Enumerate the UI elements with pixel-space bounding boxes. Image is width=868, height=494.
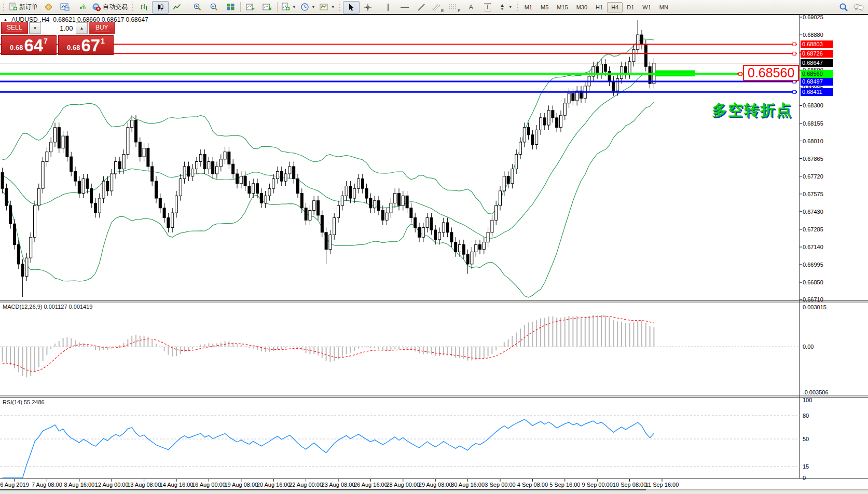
- fibonacci-icon: [448, 3, 457, 11]
- price-annotation-box[interactable]: 0.68560: [743, 65, 799, 81]
- line-price-tag: 0.68560: [801, 70, 833, 78]
- date-label: 16 Aug 00:00: [192, 482, 226, 488]
- timeframe-m1-button[interactable]: M1: [520, 2, 536, 12]
- timeframe-h4-button[interactable]: H4: [607, 2, 623, 12]
- date-label: 11 Sep 16:00: [645, 482, 679, 488]
- dropdown-arrow-icon: ▼: [508, 5, 513, 9]
- line-price-tag: 0.68497: [801, 78, 833, 86]
- timeframe-mn-button[interactable]: MN: [655, 2, 672, 12]
- date-label: 28 Aug 00:00: [386, 482, 420, 488]
- price-tick-label: 0.67430: [803, 208, 823, 215]
- price-tick-label: 0.67720: [803, 173, 823, 180]
- timeframe-w1-button[interactable]: W1: [638, 2, 655, 12]
- sell-price-button[interactable]: 0.68 64 7: [1, 35, 57, 55]
- line-handle[interactable]: [793, 90, 796, 93]
- price-tick-label: 0.69025: [803, 13, 823, 21]
- buy-price-button[interactable]: 0.68 67 1: [58, 35, 114, 55]
- date-label: 12 Aug 00:00: [95, 482, 129, 488]
- volume-decrease-button[interactable]: ▼: [30, 22, 41, 34]
- crosshair-tool-button[interactable]: [360, 1, 376, 13]
- auto-scroll-button[interactable]: [242, 1, 259, 13]
- clock-icon: [300, 3, 309, 11]
- toolbar-grip[interactable]: [339, 3, 341, 12]
- fibonacci-tool-button[interactable]: F: [446, 1, 463, 13]
- horizontal-line-tool-button[interactable]: [396, 1, 413, 13]
- signal-icon: [77, 3, 86, 11]
- search-icon[interactable]: [839, 3, 848, 12]
- arrows-icon: [498, 3, 506, 11]
- date-label: 19 Aug 08:00: [224, 482, 258, 488]
- date-label: 6 Aug 2019: [0, 482, 29, 488]
- toolbar-grip[interactable]: [516, 3, 519, 12]
- text-label-tool-button[interactable]: T: [479, 1, 496, 13]
- zoom-out-button[interactable]: [205, 1, 222, 13]
- timeframe-m5-button[interactable]: M5: [536, 2, 553, 12]
- turning-point-annotation[interactable]: 多空转折点: [712, 100, 792, 121]
- text-label-icon: T: [484, 3, 491, 11]
- date-label: 5 Sep 16:00: [549, 482, 580, 488]
- new-order-button[interactable]: 新订单: [7, 1, 40, 13]
- periods-button[interactable]: ▼: [298, 1, 318, 13]
- line-price-tag: 0.68411: [801, 88, 833, 96]
- volume-increase-button[interactable]: ▲: [76, 22, 87, 34]
- line-handle[interactable]: [793, 52, 796, 55]
- text-tool-button[interactable]: A: [463, 1, 479, 13]
- line-chart-icon: [173, 3, 181, 11]
- line-handle[interactable]: [793, 43, 796, 46]
- toolbar-grip[interactable]: [131, 3, 134, 12]
- crosshair-icon: [364, 3, 372, 11]
- volume-control: ▼ ▲: [29, 22, 88, 34]
- trendline-tool-button[interactable]: [413, 1, 430, 13]
- volume-input[interactable]: [41, 22, 76, 34]
- cursor-tool-button[interactable]: [343, 1, 360, 13]
- chat-icon[interactable]: [853, 3, 864, 11]
- macd-header: MACD(12,26,9) 0.001127 0.001419: [3, 304, 92, 310]
- autotrading-button[interactable]: 自动交易: [90, 1, 130, 13]
- fibonacci-letter: F: [458, 8, 460, 13]
- arrows-tool-button[interactable]: ▼: [496, 1, 515, 13]
- tile-windows-button[interactable]: [222, 1, 239, 13]
- timeframe-d1-button[interactable]: D1: [623, 2, 638, 12]
- templates-button[interactable]: ▼: [318, 1, 337, 13]
- rsi-scale-label: 50: [803, 435, 809, 443]
- dropdown-arrow-icon: ▼: [331, 5, 335, 9]
- equidistant-channel-tool-button[interactable]: E: [430, 1, 446, 13]
- bar-chart-icon: [140, 3, 148, 11]
- price-tick-label: 0.66850: [803, 279, 823, 286]
- annotation-handle[interactable]: [739, 72, 742, 75]
- candlestick-chart-button[interactable]: [152, 1, 169, 13]
- timeframe-m15-button[interactable]: M15: [553, 2, 572, 12]
- chart-shift-button[interactable]: [259, 1, 275, 13]
- signals-button[interactable]: [73, 1, 90, 13]
- buy-button[interactable]: BUY: [89, 22, 115, 34]
- timeframe-m30-button[interactable]: M30: [572, 2, 591, 12]
- buy-price-pip: 1: [101, 37, 105, 45]
- sell-button[interactable]: SELL: [1, 22, 28, 34]
- indicators-button[interactable]: ▼: [279, 1, 298, 13]
- timeframe-h1-button[interactable]: H1: [591, 2, 607, 12]
- rsi-header: RSI(14) 55.2486: [3, 399, 45, 405]
- line-price-tag: 0.68803: [801, 40, 833, 48]
- date-label: 7 Aug 08:00: [32, 482, 62, 488]
- vertical-line-icon: [384, 3, 392, 11]
- sell-price-pip: 7: [44, 37, 48, 45]
- zoom-in-icon: [193, 3, 202, 11]
- date-label: 26 Aug 16:00: [354, 482, 388, 488]
- toolbar-grip[interactable]: [3, 3, 5, 12]
- gold-bar-icon: [44, 3, 53, 11]
- price-tick-label: 0.68155: [803, 120, 823, 127]
- trendline-icon: [417, 3, 425, 11]
- bar-chart-button[interactable]: [135, 1, 152, 13]
- line-chart-button[interactable]: [169, 1, 185, 13]
- zoom-in-button[interactable]: [189, 1, 205, 13]
- price-tick-label: 0.67285: [803, 226, 823, 233]
- auto-scroll-icon: [246, 3, 255, 11]
- date-label: 29 Aug 08:00: [419, 482, 452, 488]
- profiles-button[interactable]: [57, 1, 73, 13]
- date-label: 14 Aug 16:00: [160, 482, 194, 488]
- chart-shift-icon: [263, 3, 272, 11]
- vertical-line-tool-button[interactable]: [380, 1, 396, 13]
- new-chart-button[interactable]: [40, 1, 57, 13]
- macd-scale-label: -0.003506: [803, 389, 829, 396]
- chart-canvas[interactable]: [0, 14, 868, 489]
